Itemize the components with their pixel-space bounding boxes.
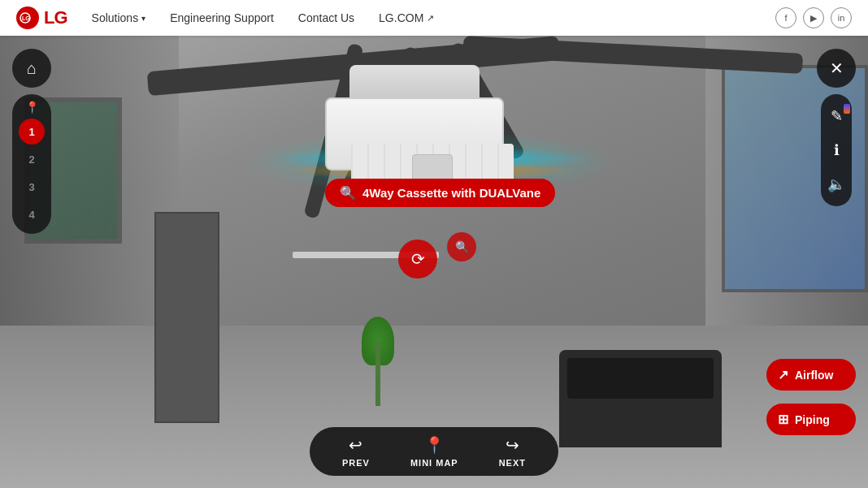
step-3-button[interactable]: 3 <box>19 174 45 200</box>
close-icon: ✕ <box>830 58 844 78</box>
next-icon: ↪ <box>506 435 519 455</box>
lgcom-nav-item[interactable]: LG.COM ↗ <box>379 11 434 24</box>
chevron-down-icon: ▾ <box>141 14 145 23</box>
airflow-icon: ↗ <box>778 367 788 382</box>
prev-icon: ↩ <box>349 435 362 455</box>
rotate-fab-button[interactable]: ⟳ <box>398 240 437 279</box>
youtube-icon[interactable]: ▶ <box>803 7 824 28</box>
solutions-nav-item[interactable]: Solutions ▾ <box>92 11 146 24</box>
search-small-icon: 🔍 <box>455 240 469 253</box>
prev-label: PREV <box>342 458 370 468</box>
sofa-cushion <box>567 358 714 399</box>
linkedin-icon[interactable]: in <box>831 7 852 28</box>
product-label[interactable]: 🔍 4Way Cassette with DUALVane <box>325 179 555 207</box>
piping-label: Piping <box>795 413 830 426</box>
plant <box>358 309 398 406</box>
home-button[interactable]: ⌂ <box>12 49 51 88</box>
cassette-unit <box>309 65 520 179</box>
location-group: 📍 1 2 3 4 <box>12 94 51 234</box>
piping-icon: ⊞ <box>778 412 788 427</box>
right-action-group: ✎ ℹ 🔈 <box>821 94 852 206</box>
left-panel: ⌂ 📍 1 2 3 4 <box>12 49 51 234</box>
plant-stem <box>375 341 380 406</box>
lg-logo-circle: LG <box>16 6 39 29</box>
step-2-button[interactable]: 2 <box>19 146 45 172</box>
next-nav-item[interactable]: ↪ NEXT <box>499 435 526 468</box>
lg-wordmark: LG <box>44 7 67 28</box>
edit-button[interactable]: ✎ <box>821 101 852 132</box>
step-4-button[interactable]: 4 <box>19 201 45 227</box>
minimap-nav-item[interactable]: 📍 Mini Map <box>410 435 458 468</box>
background-scene <box>0 0 868 488</box>
nav-items: Solutions ▾ Engineering Support Contact … <box>92 11 775 24</box>
engineering-support-nav-item[interactable]: Engineering Support <box>170 11 274 24</box>
next-label: NEXT <box>499 458 526 468</box>
logo[interactable]: LG LG <box>16 6 67 29</box>
door <box>154 212 219 423</box>
info-icon: ℹ <box>834 141 840 159</box>
minimap-label: Mini Map <box>410 458 458 468</box>
sofa <box>559 350 722 447</box>
social-icons: f ▶ in <box>775 7 852 28</box>
minimap-icon: 📍 <box>424 435 445 455</box>
step-1-button[interactable]: 1 <box>19 119 45 145</box>
cassette-body <box>325 97 504 171</box>
prev-nav-item[interactable]: ↩ PREV <box>342 435 370 468</box>
svg-text:LG: LG <box>22 15 30 21</box>
rotate-icon: ⟳ <box>411 249 425 269</box>
product-name: 4Way Cassette with DUALVane <box>362 186 540 200</box>
edit-icon: ✎ <box>831 107 843 125</box>
external-link-icon: ↗ <box>427 13 434 24</box>
bottom-navigation: ↩ PREV 📍 Mini Map ↪ NEXT <box>310 427 558 476</box>
airflow-button[interactable]: ↗ Airflow <box>766 359 856 391</box>
facebook-icon[interactable]: f <box>775 7 796 28</box>
right-panel: ✕ ✎ ℹ 🔈 <box>817 49 856 206</box>
contact-us-nav-item[interactable]: Contact Us <box>298 11 354 24</box>
navbar: LG LG Solutions ▾ Engineering Support Co… <box>0 0 868 36</box>
info-button[interactable]: ℹ <box>821 135 852 166</box>
close-button[interactable]: ✕ <box>817 49 856 88</box>
home-icon: ⌂ <box>27 59 37 78</box>
airflow-label: Airflow <box>795 369 833 382</box>
sound-button[interactable]: 🔈 <box>821 169 852 200</box>
sound-icon: 🔈 <box>827 175 845 193</box>
search-fab-button[interactable]: 🔍 <box>447 232 476 261</box>
piping-button[interactable]: ⊞ Piping <box>766 404 856 435</box>
search-icon: 🔍 <box>340 185 356 201</box>
location-pin-icon: 📍 <box>25 101 39 114</box>
